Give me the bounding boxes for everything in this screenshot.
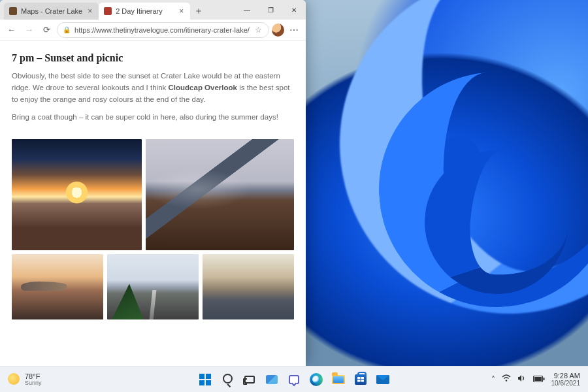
svg-point-0 [505,380,507,382]
maximize-button[interactable]: ❐ [259,0,282,20]
edge-icon [310,373,323,386]
sun-icon [8,373,20,385]
weather-condition: Sunny [25,380,42,387]
emphasis: Cloudcap Overlook [169,84,237,91]
gallery-image-dawn[interactable] [12,254,103,319]
photo-gallery [12,139,294,319]
profile-avatar[interactable] [272,24,284,37]
browser-window: Maps - Crater Lake × 2 Day Itinerary × ＋… [0,0,306,366]
tab-maps[interactable]: Maps - Crater Lake × [4,3,99,20]
clock-time: 9:28 AM [551,372,581,380]
wifi-icon[interactable] [502,374,511,384]
page-content[interactable]: 7 pm – Sunset and picnic Obviously, the … [0,41,306,366]
tab-title: 2 Day Itinerary [116,7,163,15]
task-view-button[interactable] [240,370,259,389]
window-controls: — ❐ ✕ [235,0,306,20]
svg-rect-3 [534,377,542,381]
edge-button[interactable] [307,370,325,389]
refresh-button[interactable]: ⟳ [39,22,54,38]
chat-icon [289,375,299,384]
minimize-button[interactable]: — [235,0,259,20]
search-icon [223,374,233,385]
volume-icon[interactable] [517,374,527,384]
lock-icon: 🔒 [63,26,71,33]
mail-icon [376,375,389,384]
gallery-image-road[interactable] [107,254,199,319]
chat-button[interactable] [285,370,303,389]
store-button[interactable] [351,370,370,389]
widgets-button[interactable] [263,370,281,389]
file-explorer-button[interactable] [329,370,348,389]
widgets-icon [266,375,278,384]
tab-itinerary[interactable]: 2 Day Itinerary × [99,3,190,20]
tray-overflow-button[interactable]: ˄ [491,375,495,384]
taskbar: 78°F Sunny ˄ [0,366,588,392]
folder-icon [332,375,345,384]
close-tab-button[interactable]: × [178,6,185,16]
favorite-button[interactable]: ☆ [253,25,263,35]
svg-rect-2 [543,378,544,380]
close-tab-button[interactable]: × [86,6,93,16]
taskbar-center-apps [196,370,392,389]
favicon-icon [104,7,112,15]
favicon-icon [9,7,17,15]
clock[interactable]: 9:28 AM 10/6/2021 [551,372,581,387]
browser-toolbar: ← → ⟳ 🔒 https://www.thetinytravelogue.co… [0,20,306,41]
gallery-image-sunset[interactable] [12,139,142,250]
start-button[interactable] [196,370,214,389]
more-menu-button[interactable]: ⋯ [287,25,302,35]
new-tab-button[interactable]: ＋ [190,3,207,20]
gallery-image-coast[interactable] [203,254,294,319]
system-tray: ˄ 9:28 AM 10/6/2021 [483,372,589,387]
article-heading: 7 pm – Sunset and picnic [12,52,294,64]
url-text: https://www.thetinytravelogue.com/itiner… [74,26,250,34]
clock-date: 10/6/2021 [551,380,581,387]
back-button[interactable]: ← [4,22,19,38]
task-view-icon [244,376,255,384]
tab-strip: Maps - Crater Lake × 2 Day Itinerary × ＋… [0,0,306,20]
article-paragraph: Obviously, the best side to see the suns… [12,71,294,105]
tab-title: Maps - Crater Lake [21,7,82,15]
store-icon [355,374,367,385]
address-bar[interactable]: 🔒 https://www.thetinytravelogue.com/itin… [57,22,269,38]
weather-widget[interactable]: 78°F Sunny [0,372,50,387]
forward-button[interactable]: → [22,22,37,38]
search-button[interactable] [218,370,237,389]
battery-icon[interactable] [533,375,545,384]
article-paragraph: Bring a coat though – it can be super co… [12,112,294,123]
windows-start-icon [199,374,211,385]
close-window-button[interactable]: ✕ [282,0,306,20]
mail-button[interactable] [374,370,392,389]
weather-temp: 78°F [25,372,42,380]
gallery-image-ridge[interactable] [146,139,294,250]
